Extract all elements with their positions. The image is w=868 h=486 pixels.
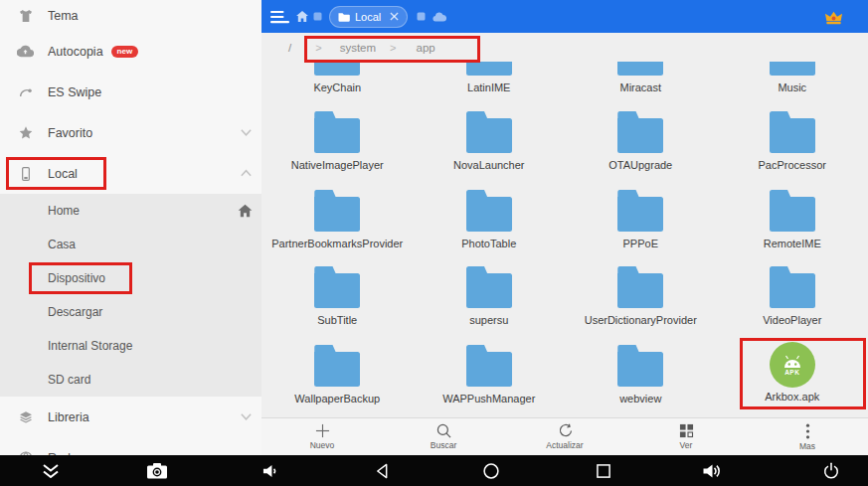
back-icon[interactable] (375, 462, 389, 479)
file-name: PacProcessor (759, 159, 826, 171)
file-folder[interactable]: PPPoE (565, 190, 717, 249)
file-folder[interactable]: UserDictionaryProvider (565, 266, 717, 326)
home-icon (238, 204, 253, 218)
file-name: Music (778, 81, 806, 93)
folder-icon (314, 266, 360, 308)
folder-icon (617, 345, 663, 387)
apk-label: APK (784, 369, 799, 376)
screen: Tema Autocopia new ES Swipe Favorito (0, 0, 868, 486)
sidebar-item-es-swipe[interactable]: ES Swipe (0, 72, 261, 112)
app-topbar: Local (261, 0, 868, 33)
tab-local[interactable]: Local (329, 6, 408, 28)
file-folder[interactable]: NovaLauncher (414, 111, 566, 171)
grid-row: NativeImagePlayer NovaLauncher OTAUpgrad… (261, 111, 868, 171)
file-folder[interactable]: PhotoTable (414, 190, 566, 249)
sidebar-item-libreria[interactable]: Libreria (0, 397, 261, 437)
sidebar-item-home[interactable]: Home (0, 194, 261, 228)
new-button[interactable]: Nuevo (261, 418, 383, 455)
file-folder[interactable]: RemoteIME (717, 190, 868, 249)
file-name: WallpaperBackup (294, 393, 380, 405)
sidebar-item-local[interactable]: Local (0, 153, 261, 194)
sidebar: Tema Autocopia new ES Swipe Favorito (0, 0, 261, 455)
collapse-chevrons-icon[interactable] (41, 463, 61, 478)
file-name: supersu (469, 314, 508, 326)
file-folder[interactable]: PacProcessor (717, 111, 868, 171)
file-folder[interactable]: VideoPlayer (717, 266, 868, 326)
folder-icon (466, 345, 512, 387)
file-name: webview (619, 393, 661, 405)
sidebar-item-autocopia[interactable]: Autocopia new (0, 31, 261, 72)
home-circle-icon[interactable] (483, 462, 500, 479)
cloud-sync-icon (17, 43, 34, 60)
file-name: PhotoTable (461, 238, 516, 249)
more-button[interactable]: Mas (747, 418, 868, 455)
more-dots-icon (805, 423, 810, 439)
file-manager-panel: Local KeyChain LatinIME Miracast Music (261, 0, 868, 455)
bottom-toolbar: Nuevo Buscar Actualizar Ver (261, 417, 868, 455)
search-button[interactable]: Buscar (383, 418, 504, 455)
phone-icon (17, 165, 34, 182)
sidebar-item-tema[interactable]: Tema (0, 0, 261, 31)
folder-icon (314, 111, 360, 153)
folder-icon (617, 111, 663, 153)
camera-icon[interactable] (146, 462, 168, 479)
close-icon[interactable] (390, 12, 399, 21)
file-folder[interactable]: WAPPushManager (414, 345, 566, 405)
folder-icon (770, 266, 815, 308)
recents-square-icon[interactable] (597, 463, 611, 478)
grid-row: WallpaperBackup WAPPushManager webview A… (261, 345, 868, 405)
folder-icon (466, 266, 512, 308)
local-submenu: Home Casa Dispositivo Descargar Internal… (0, 194, 261, 397)
sidebar-item-label: SD card (48, 373, 90, 387)
menu-icon[interactable] (270, 10, 289, 24)
tab-label: Local (355, 11, 381, 23)
file-apk[interactable]: APK Arkbox.apk (717, 345, 868, 405)
volume-up-icon[interactable] (703, 462, 722, 479)
folder-icon (770, 190, 815, 232)
file-name: WAPPushManager (442, 393, 535, 405)
folder-icon (466, 190, 512, 232)
folder-icon (617, 190, 663, 232)
file-folder[interactable]: SubTitle (261, 266, 414, 326)
file-folder[interactable]: OTAUpgrade (565, 111, 717, 171)
breadcrumb-segment[interactable]: app (417, 42, 435, 54)
file-name: UserDictionaryProvider (585, 314, 697, 326)
sidebar-item-dispositivo[interactable]: Dispositivo (0, 261, 261, 295)
crown-icon[interactable] (824, 9, 843, 25)
folder-icon (314, 345, 360, 387)
file-name: SubTitle (317, 314, 357, 326)
window-icon[interactable] (417, 12, 426, 21)
chevron-right-icon: > (390, 42, 396, 54)
sidebar-item-casa[interactable]: Casa (0, 228, 261, 261)
sidebar-item-descargar[interactable]: Descargar (0, 295, 261, 329)
breadcrumb-root[interactable]: / (288, 42, 291, 54)
file-folder[interactable]: PartnerBookmarksProvider (261, 190, 414, 249)
plus-icon (315, 423, 330, 438)
new-badge: new (111, 46, 139, 58)
file-folder[interactable]: NativeImagePlayer (261, 111, 414, 171)
breadcrumb-segment[interactable]: system (340, 42, 376, 54)
window-icon[interactable] (313, 12, 322, 21)
chevron-right-icon: > (315, 42, 321, 54)
sidebar-item-label: Dispositivo (48, 271, 105, 285)
folder-icon (617, 266, 663, 308)
swipe-icon (17, 83, 34, 100)
sidebar-item-favorito[interactable]: Favorito (0, 112, 261, 153)
file-folder[interactable]: supersu (414, 266, 566, 326)
home-icon[interactable] (296, 11, 308, 22)
cloud-icon[interactable] (433, 12, 446, 22)
sidebar-item-sd-card[interactable]: SD card (0, 363, 261, 397)
file-folder[interactable]: WallpaperBackup (261, 345, 414, 405)
refresh-button[interactable]: Actualizar (504, 418, 625, 455)
power-icon[interactable] (823, 462, 840, 480)
chevron-down-icon (240, 128, 253, 137)
folder-icon (466, 111, 512, 153)
volume-down-icon[interactable] (262, 463, 278, 479)
view-grid-icon (679, 423, 694, 438)
grid-row: PartnerBookmarksProvider PhotoTable PPPo… (261, 190, 868, 249)
chevron-down-icon (240, 412, 253, 421)
file-folder[interactable]: webview (565, 345, 717, 405)
file-name: PPPoE (623, 238, 658, 249)
sidebar-item-internal-storage[interactable]: Internal Storage (0, 329, 261, 363)
view-button[interactable]: Ver (625, 418, 747, 455)
